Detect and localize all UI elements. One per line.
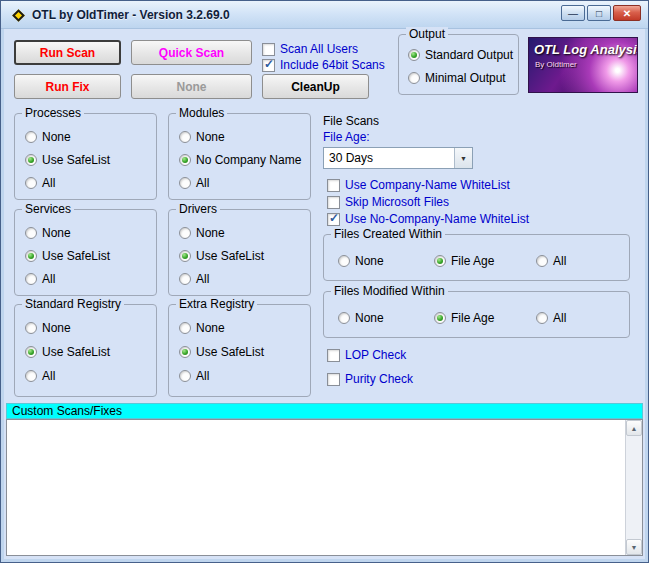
run-fix-button[interactable]: Run Fix [14, 74, 121, 99]
group-label: Modules [176, 106, 227, 120]
radio-drivers-safelist[interactable]: Use SafeList [179, 249, 264, 263]
checkbox-label: Scan All Users [280, 42, 358, 56]
radio-modules-no-company[interactable]: No Company Name [179, 153, 301, 167]
radio-icon [179, 370, 191, 382]
radio-standard-registry-safelist[interactable]: Use SafeList [25, 345, 110, 359]
radio-icon [25, 177, 37, 189]
radio-drivers-none[interactable]: None [179, 226, 225, 240]
custom-scans-textarea[interactable]: ▲ ▼ [6, 419, 643, 556]
checkbox-label: Use No-Company-Name WhiteList [345, 212, 529, 226]
checkbox-no-company-name-whitelist[interactable]: ✓ Use No-Company-Name WhiteList [327, 212, 529, 226]
group-modules: Modules None No Company Name All [168, 113, 311, 200]
scroll-up-icon[interactable]: ▲ [626, 420, 642, 436]
radio-modules-none[interactable]: None [179, 130, 225, 144]
radio-modified-none[interactable]: None [338, 311, 384, 325]
radio-label: Use SafeList [42, 249, 110, 263]
radio-icon [408, 49, 420, 61]
run-scan-button[interactable]: Run Scan [14, 40, 121, 65]
radio-icon [179, 250, 191, 262]
radio-label: None [355, 254, 384, 268]
radio-modified-all[interactable]: All [536, 311, 566, 325]
radio-label: Use SafeList [42, 345, 110, 359]
none-button[interactable]: None [131, 74, 252, 99]
radio-icon [179, 322, 191, 334]
file-age-label: File Age: [323, 130, 370, 144]
window-title: OTL by OldTimer - Version 3.2.69.0 [32, 8, 230, 22]
titlebar[interactable]: OTL by OldTimer - Version 3.2.69.0 — □ ✕ [1, 1, 648, 29]
radio-services-none[interactable]: None [25, 226, 71, 240]
checkbox-label: Include 64bit Scans [280, 58, 385, 72]
group-processes: Processes None Use SafeList All [14, 113, 157, 200]
radio-processes-all[interactable]: All [25, 176, 55, 190]
vertical-scrollbar[interactable]: ▲ ▼ [625, 420, 642, 555]
radio-icon [536, 255, 548, 267]
scroll-down-icon[interactable]: ▼ [626, 539, 642, 555]
radio-standard-output[interactable]: Standard Output [408, 48, 513, 62]
checkbox-lop-check[interactable]: ✓ LOP Check [327, 348, 406, 362]
radio-icon [179, 227, 191, 239]
radio-icon [25, 131, 37, 143]
quick-scan-button[interactable]: Quick Scan [131, 40, 252, 65]
radio-modules-all[interactable]: All [179, 176, 209, 190]
radio-created-none[interactable]: None [338, 254, 384, 268]
radio-label: Minimal Output [425, 71, 506, 85]
radio-standard-registry-none[interactable]: None [25, 321, 71, 335]
radio-created-file-age[interactable]: File Age [434, 254, 494, 268]
radio-icon [25, 370, 37, 382]
group-label: Drivers [176, 202, 220, 216]
radio-label: All [42, 369, 55, 383]
logo-title: OTL Log Analysis [534, 42, 638, 57]
checkbox-include-64bit[interactable]: ✓ Include 64bit Scans [262, 58, 385, 72]
radio-minimal-output[interactable]: Minimal Output [408, 71, 506, 85]
radio-drivers-all[interactable]: All [179, 272, 209, 286]
radio-label: Standard Output [425, 48, 513, 62]
group-label: Processes [22, 106, 84, 120]
group-label: Extra Registry [176, 297, 257, 311]
radio-processes-none[interactable]: None [25, 130, 71, 144]
radio-icon [408, 72, 420, 84]
cleanup-button[interactable]: CleanUp [262, 74, 369, 99]
radio-modified-file-age[interactable]: File Age [434, 311, 494, 325]
radio-extra-registry-safelist[interactable]: Use SafeList [179, 345, 264, 359]
radio-icon [179, 177, 191, 189]
radio-icon [179, 131, 191, 143]
minimize-icon[interactable]: — [561, 5, 585, 21]
radio-created-all[interactable]: All [536, 254, 566, 268]
radio-icon [25, 250, 37, 262]
checkbox-label: Purity Check [345, 372, 413, 386]
radio-icon [179, 273, 191, 285]
checkbox-company-name-whitelist[interactable]: ✓ Use Company-Name WhiteList [327, 178, 510, 192]
radio-label: None [196, 130, 225, 144]
radio-processes-safelist[interactable]: Use SafeList [25, 153, 110, 167]
radio-standard-registry-all[interactable]: All [25, 369, 55, 383]
checkbox-purity-check[interactable]: ✓ Purity Check [327, 372, 413, 386]
checkbox-scan-all-users[interactable]: ✓ Scan All Users [262, 42, 358, 56]
radio-services-safelist[interactable]: Use SafeList [25, 249, 110, 263]
file-scans-title: File Scans [323, 114, 379, 128]
radio-label: All [42, 176, 55, 190]
custom-scans-header-label: Custom Scans/Fixes [12, 404, 122, 418]
radio-icon [536, 312, 548, 324]
logo-byline: By Oldtimer [535, 60, 577, 69]
radio-label: Use SafeList [42, 153, 110, 167]
chevron-down-icon: ▼ [454, 148, 472, 168]
group-drivers: Drivers None Use SafeList All [168, 209, 311, 296]
radio-extra-registry-all[interactable]: All [179, 369, 209, 383]
checkbox-icon: ✓ [327, 196, 340, 209]
group-files-modified-within: Files Modified Within None File Age All [323, 291, 630, 338]
radio-label: Use SafeList [196, 249, 264, 263]
custom-scans-header: Custom Scans/Fixes [6, 403, 643, 419]
checkbox-skip-microsoft-files[interactable]: ✓ Skip Microsoft Files [327, 195, 449, 209]
checkbox-icon: ✓ [262, 59, 275, 72]
file-age-select[interactable]: 30 Days ▼ [323, 147, 473, 169]
radio-services-all[interactable]: All [25, 272, 55, 286]
radio-label: All [553, 254, 566, 268]
group-label: Files Created Within [331, 227, 445, 241]
radio-extra-registry-none[interactable]: None [179, 321, 225, 335]
close-icon[interactable]: ✕ [613, 5, 641, 21]
otl-logo-image: OTL Log Analysis By Oldtimer [528, 37, 638, 93]
radio-icon [179, 346, 191, 358]
maximize-icon[interactable]: □ [587, 5, 611, 21]
group-label: Output [406, 27, 448, 41]
group-label: Services [22, 202, 74, 216]
